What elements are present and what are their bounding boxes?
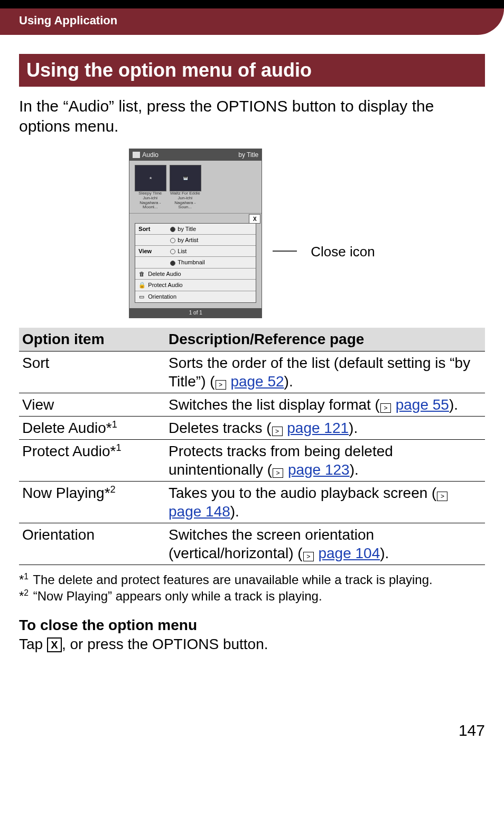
close-icon-callout: Close icon bbox=[311, 244, 375, 318]
return-icon bbox=[133, 152, 140, 158]
breadcrumb: Using Application bbox=[0, 8, 504, 35]
close-option-body: Tap X, or press the OPTIONS button. bbox=[19, 636, 485, 653]
trash-icon: 🗑 bbox=[138, 271, 145, 277]
options-table: Option item Description/Reference page S… bbox=[19, 328, 485, 565]
page-link[interactable]: page 52 bbox=[230, 373, 284, 390]
thumb-sub: Jun-ichi Nagahara - Moonl... bbox=[135, 196, 165, 210]
page-ref-icon: > bbox=[273, 468, 283, 478]
option-name: Orientation bbox=[19, 523, 165, 565]
page-ref-icon: > bbox=[272, 427, 283, 436]
device-footer-pager: 1 of 1 bbox=[129, 308, 262, 318]
table-row: Delete Audio*1 Deletes tracks (> page 12… bbox=[19, 416, 485, 439]
table-row: Now Playing*2 Takes you to the audio pla… bbox=[19, 481, 485, 523]
top-black-bar bbox=[0, 0, 504, 8]
view-label: View bbox=[135, 246, 167, 257]
view-thumbnail-option[interactable]: Thumbnail bbox=[167, 257, 256, 268]
thumb-sub: Jun-ichi Nagahara - Soun... bbox=[170, 196, 200, 210]
orientation-option[interactable]: ▭Orientation bbox=[135, 291, 256, 302]
option-desc: Takes you to the audio playback screen (… bbox=[165, 481, 485, 523]
audio-thumb: 🎹 Waltz For Eddie Jun-ichi Nagahara - So… bbox=[170, 165, 200, 210]
view-list-option[interactable]: List bbox=[167, 246, 256, 257]
page-number: 147 bbox=[19, 722, 485, 739]
orientation-icon: ▭ bbox=[138, 293, 145, 300]
page-link[interactable]: page 148 bbox=[169, 503, 230, 520]
page-link[interactable]: page 121 bbox=[287, 420, 349, 436]
option-desc: Deletes tracks (> page 121). bbox=[165, 416, 485, 439]
options-panel: X Sort by Title by Artist View bbox=[135, 223, 256, 302]
page-ref-icon: > bbox=[303, 552, 314, 561]
audio-thumb: ★ Sleepy Time Jun-ichi Nagahara - Moonl.… bbox=[135, 165, 165, 210]
table-row: Sort Sorts the order of the list (defaul… bbox=[19, 351, 485, 393]
page-link[interactable]: page 104 bbox=[318, 545, 380, 561]
device-screenshot: Audio by Title ★ Sleepy Time Jun-ichi Na… bbox=[129, 149, 262, 318]
intro-text: In the “Audio” list, press the OPTIONS b… bbox=[19, 96, 485, 136]
close-option-heading: To close the option menu bbox=[19, 617, 485, 634]
footnotes: *1 The delete and protect features are u… bbox=[19, 571, 485, 604]
lock-icon: 🔒 bbox=[138, 282, 145, 289]
delete-audio-option[interactable]: 🗑Delete Audio bbox=[135, 268, 256, 279]
close-x-box-icon: X bbox=[47, 637, 62, 652]
table-row: View Switches the list display format (>… bbox=[19, 393, 485, 416]
page-ref-icon: > bbox=[216, 380, 226, 390]
page-ref-icon: > bbox=[380, 403, 391, 413]
sort-by-title-option[interactable]: by Title bbox=[167, 224, 256, 235]
option-desc: Sorts the order of the list (default set… bbox=[165, 351, 485, 393]
section-title: Using the option menu of audio bbox=[19, 54, 485, 87]
option-name: Now Playing*2 bbox=[19, 481, 165, 523]
option-desc: Protects tracks from being deleted unint… bbox=[165, 439, 485, 481]
page-link[interactable]: page 123 bbox=[288, 461, 350, 478]
option-name: View bbox=[19, 393, 165, 416]
option-name: Protect Audio*1 bbox=[19, 439, 165, 481]
device-sort-indicator: by Title bbox=[238, 151, 258, 159]
sort-by-artist-option[interactable]: by Artist bbox=[167, 235, 256, 246]
page-ref-icon: > bbox=[437, 492, 447, 501]
table-row: Protect Audio*1 Protects tracks from bei… bbox=[19, 439, 485, 481]
page-link[interactable]: page 55 bbox=[396, 396, 449, 413]
table-head-option: Option item bbox=[19, 328, 165, 352]
option-desc: Switches the screen orientation (vertica… bbox=[165, 523, 485, 565]
table-row: Orientation Switches the screen orientat… bbox=[19, 523, 485, 565]
callout-line bbox=[273, 251, 297, 252]
sort-label: Sort bbox=[135, 224, 167, 235]
option-desc: Switches the list display format (> page… bbox=[165, 393, 485, 416]
protect-audio-option[interactable]: 🔒Protect Audio bbox=[135, 279, 256, 291]
table-head-desc: Description/Reference page bbox=[165, 328, 485, 352]
option-name: Delete Audio*1 bbox=[19, 416, 165, 439]
close-icon[interactable]: X bbox=[249, 214, 260, 224]
option-name: Sort bbox=[19, 351, 165, 393]
device-title: Audio bbox=[142, 151, 158, 159]
